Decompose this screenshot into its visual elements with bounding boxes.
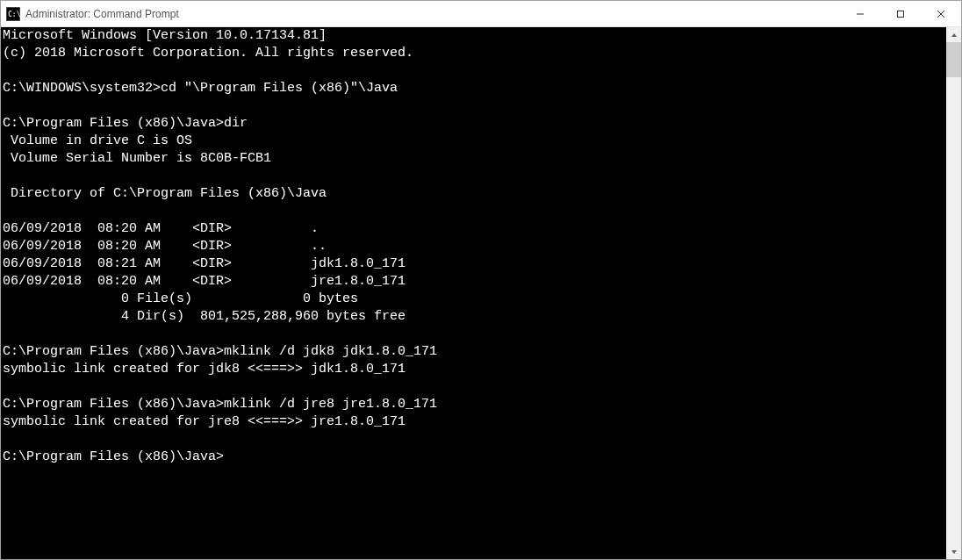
svg-rect-3 <box>898 11 904 17</box>
terminal-line: C:\Program Files (x86)\Java>mklink /d jd… <box>3 343 944 361</box>
terminal-line: C:\WINDOWS\system32>cd "\Program Files (… <box>3 80 944 97</box>
app-window: C:\ Administrator: Command Prompt Micros… <box>0 0 962 560</box>
terminal-line <box>3 326 944 343</box>
terminal-line <box>3 203 944 220</box>
window-controls <box>840 1 961 26</box>
terminal-line: Directory of C:\Program Files (x86)\Java <box>3 185 944 203</box>
terminal-line: 06/09/2018 08:20 AM <DIR> .. <box>3 238 944 255</box>
terminal-line: 06/09/2018 08:21 AM <DIR> jdk1.8.0_171 <box>3 255 944 273</box>
terminal-output[interactable]: Microsoft Windows [Version 10.0.17134.81… <box>1 27 946 559</box>
terminal-line: C:\Program Files (x86)\Java> <box>3 449 944 466</box>
terminal-line: C:\Program Files (x86)\Java>mklink /d jr… <box>3 396 944 413</box>
svg-marker-7 <box>951 550 957 554</box>
terminal-line: (c) 2018 Microsoft Corporation. All righ… <box>3 45 944 62</box>
terminal-line: symbolic link created for jdk8 <<===>> j… <box>3 361 944 378</box>
svg-text:C:\: C:\ <box>8 11 20 18</box>
terminal-line: 0 File(s) 0 bytes <box>3 291 944 308</box>
window-title: Administrator: Command Prompt <box>25 8 179 20</box>
terminal-line: symbolic link created for jre8 <<===>> j… <box>3 413 944 431</box>
scrollbar-track[interactable] <box>946 42 961 544</box>
terminal-line <box>3 168 944 185</box>
titlebar[interactable]: C:\ Administrator: Command Prompt <box>1 1 961 27</box>
terminal-line <box>3 62 944 80</box>
terminal-line <box>3 97 944 115</box>
scroll-up-button[interactable] <box>946 27 961 42</box>
scrollbar-thumb[interactable] <box>946 42 961 77</box>
terminal-line: 06/09/2018 08:20 AM <DIR> jre1.8.0_171 <box>3 273 944 291</box>
terminal-line <box>3 431 944 449</box>
client-area: Microsoft Windows [Version 10.0.17134.81… <box>1 27 961 559</box>
terminal-line: Volume Serial Number is 8C0B-FCB1 <box>3 150 944 168</box>
scroll-down-button[interactable] <box>946 544 961 559</box>
terminal-line: C:\Program Files (x86)\Java>dir <box>3 115 944 133</box>
terminal-line: Volume in drive C is OS <box>3 133 944 150</box>
vertical-scrollbar[interactable] <box>946 27 961 559</box>
terminal-line: 06/09/2018 08:20 AM <DIR> . <box>3 220 944 238</box>
minimize-button[interactable] <box>840 1 880 26</box>
cmd-icon: C:\ <box>6 7 20 21</box>
close-button[interactable] <box>921 1 961 26</box>
terminal-line: 4 Dir(s) 801,525,288,960 bytes free <box>3 308 944 326</box>
maximize-button[interactable] <box>880 1 921 26</box>
terminal-line <box>3 378 944 396</box>
svg-marker-6 <box>951 33 957 37</box>
terminal-line: Microsoft Windows [Version 10.0.17134.81… <box>3 27 944 45</box>
